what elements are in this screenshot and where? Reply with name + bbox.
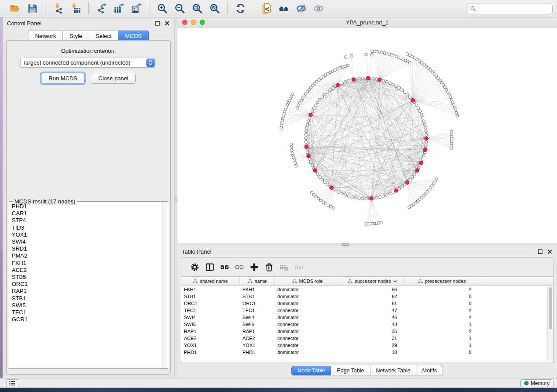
float-table-panel-button[interactable] [537, 249, 543, 254]
ring-node[interactable] [315, 104, 317, 107]
mcds-hub-node[interactable] [415, 168, 419, 172]
cell-successor-nodes[interactable]: 61 [340, 301, 405, 306]
cell-predecessor-nodes[interactable]: 0 [405, 301, 479, 306]
import-table-button[interactable] [69, 2, 82, 15]
ring-node[interactable] [305, 130, 308, 133]
cell-name[interactable]: RAP1 [240, 329, 275, 334]
select-all-button[interactable] [217, 261, 232, 274]
cell-MCDS-role[interactable]: connector [275, 322, 340, 327]
mcds-hub-node[interactable] [423, 148, 427, 152]
mcds-hub-node[interactable] [336, 83, 340, 87]
ring-node[interactable] [401, 89, 403, 91]
satellite-node[interactable] [292, 156, 294, 159]
clone-network-button[interactable] [259, 2, 273, 15]
cell-shared-name[interactable]: RAP1 [181, 329, 240, 334]
cell-successor-nodes[interactable]: 62 [340, 294, 405, 299]
ring-node[interactable] [344, 80, 347, 83]
satellite-node[interactable] [456, 114, 458, 117]
ring-node[interactable] [321, 96, 323, 98]
satellite-node[interactable] [406, 53, 408, 55]
ring-node[interactable] [425, 134, 428, 136]
zoom-out-button[interactable] [173, 2, 186, 15]
ring-node[interactable] [385, 193, 388, 196]
ring-node[interactable] [424, 127, 427, 129]
ring-node[interactable] [385, 80, 388, 83]
optimization-criterion-dropdown[interactable]: largest connected component (undirected) [20, 58, 156, 68]
cell-predecessor-nodes[interactable]: 2 [405, 315, 479, 320]
satellite-node[interactable] [294, 162, 296, 165]
mcds-hub-node[interactable] [352, 78, 356, 82]
close-panel-button[interactable] [164, 21, 170, 26]
cell-name[interactable]: SWI4 [240, 315, 275, 320]
show-all-button[interactable] [312, 2, 325, 15]
ring-node[interactable] [332, 87, 334, 89]
cell-name[interactable]: SWI5 [240, 322, 275, 327]
ring-node[interactable] [398, 87, 401, 89]
ring-node[interactable] [425, 130, 427, 133]
ring-node[interactable] [388, 193, 391, 195]
cell-shared-name[interactable]: ORC1 [181, 301, 240, 306]
cell-predecessor-nodes[interactable]: 0 [405, 350, 479, 355]
cell-successor-nodes[interactable]: 96 [340, 287, 405, 292]
search-input[interactable] [467, 3, 553, 14]
ring-node[interactable] [382, 79, 384, 82]
mcds-result-item[interactable]: STB5 [12, 274, 162, 281]
satellite-node[interactable] [290, 146, 293, 148]
ring-node[interactable] [406, 93, 409, 96]
satellite-node[interactable] [453, 106, 456, 109]
float-panel-button[interactable] [155, 21, 160, 26]
save-session-button[interactable] [26, 2, 39, 15]
ring-node[interactable] [344, 193, 347, 196]
cell-shared-name[interactable]: SWI5 [181, 322, 240, 327]
ring-node[interactable] [421, 158, 424, 160]
satellite-node[interactable] [327, 204, 329, 206]
cell-MCDS-role[interactable]: dominator [275, 315, 340, 320]
satellite-node[interactable] [319, 199, 322, 202]
satellite-node[interactable] [454, 109, 457, 111]
ring-node[interactable] [382, 195, 384, 197]
mcds-result-item[interactable]: PMA2 [12, 252, 162, 259]
function-builder-button-disabled[interactable]: f(x) [291, 261, 306, 274]
ring-node[interactable] [318, 98, 321, 101]
ring-node[interactable] [395, 85, 398, 87]
table-row[interactable]: STB1STB1dominator620 [181, 293, 553, 300]
first-neighbors-button[interactable] [277, 2, 290, 15]
ring-node[interactable] [411, 176, 414, 179]
close-mcds-panel-button[interactable]: Close panel [91, 73, 136, 84]
ring-node[interactable] [318, 176, 321, 179]
satellite-node[interactable] [344, 56, 347, 58]
table-scrollbar-thumb[interactable] [549, 287, 552, 329]
mcds-hub-node[interactable] [367, 76, 370, 80]
mcds-hub-node[interactable] [405, 181, 409, 185]
ring-node[interactable] [351, 196, 353, 198]
ring-node[interactable] [338, 191, 340, 193]
network-graph[interactable] [177, 28, 557, 243]
table-row[interactable]: RAP1RAP1dominator352 [181, 328, 553, 335]
cell-shared-name[interactable]: PHD1 [181, 350, 240, 355]
cell-name[interactable]: ORC1 [240, 301, 275, 306]
show-columns-button[interactable] [202, 261, 217, 274]
ring-node[interactable] [347, 195, 350, 197]
mcds-result-item[interactable]: ORC1 [12, 281, 162, 288]
ring-node[interactable] [398, 187, 401, 190]
ring-node[interactable] [392, 83, 394, 86]
satellite-node[interactable] [451, 101, 454, 103]
satellite-node[interactable] [450, 98, 453, 101]
cell-MCDS-role[interactable]: dominator [275, 329, 340, 334]
ring-node[interactable] [312, 107, 315, 110]
open-file-button[interactable] [8, 2, 21, 15]
memory-button[interactable]: Memory [520, 379, 554, 387]
ring-node[interactable] [404, 91, 406, 93]
mcds-hub-node[interactable] [304, 145, 308, 149]
ring-node[interactable] [419, 110, 421, 113]
satellite-node[interactable] [346, 64, 349, 67]
cell-MCDS-role[interactable]: connector [275, 308, 340, 313]
zoom-fit-button[interactable] [190, 2, 204, 15]
mcds-hub-node[interactable] [307, 154, 311, 158]
mcds-result-item[interactable]: TID3 [12, 224, 162, 231]
cell-shared-name[interactable]: ACE2 [181, 336, 240, 341]
satellite-node[interactable] [365, 53, 367, 56]
ring-node[interactable] [311, 110, 313, 113]
network-canvas[interactable] [177, 28, 557, 243]
cell-predecessor-nodes[interactable]: 1 [405, 343, 479, 348]
